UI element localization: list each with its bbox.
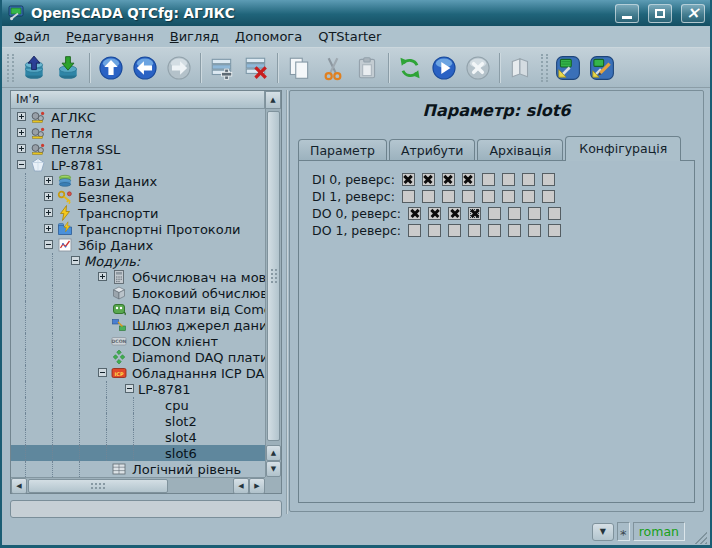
checkbox[interactable] [488,207,501,220]
expand-plus-icon[interactable] [44,224,53,233]
tree-item-обладнання-icp-das[interactable]: ICPОбладнання ICP DAS [11,365,265,381]
checkbox[interactable] [508,207,521,220]
checkbox[interactable] [488,224,501,237]
checkbox[interactable] [448,207,461,220]
checkbox[interactable] [548,224,561,237]
tree-item-lp-8781[interactable]: LP-8781 [11,157,265,173]
collapse-minus-icon[interactable] [71,256,80,265]
checkbox[interactable] [522,173,535,186]
tab-param[interactable]: Параметр [298,139,387,160]
cut-item-button[interactable] [316,51,350,85]
refresh-button[interactable] [393,51,427,85]
checkbox[interactable] [482,190,495,203]
checkbox[interactable] [528,207,541,220]
status-dropdown-button[interactable]: ▼ [592,523,614,541]
tree-item-cpu[interactable]: cpu [11,397,265,413]
tree-item-обчислювач-на-мові-сх[interactable]: Обчислювач на мові сх [11,269,265,285]
checkbox[interactable] [408,207,421,220]
expander-cell[interactable] [16,109,28,125]
qtcfg-starter-button[interactable] [551,51,585,85]
checkbox[interactable] [408,224,421,237]
expander-cell[interactable] [16,125,28,141]
checkbox[interactable] [542,190,555,203]
checkbox[interactable] [508,224,521,237]
checkbox[interactable] [442,190,455,203]
titlebar[interactable]: OpenSCADA QTCfg: АГЛКС × [2,0,710,26]
collapse-minus-icon[interactable] [44,240,53,249]
expander-cell[interactable] [43,173,55,189]
tab-config[interactable]: Конфігурація [565,136,681,161]
checkbox[interactable] [448,224,461,237]
checkbox[interactable] [428,224,441,237]
tree-item-diamond-daq-плати[interactable]: Diamond DAQ плати [11,349,265,365]
tree-item-slot6[interactable]: slot6 [11,445,265,461]
tree-item-dcon-клієнт[interactable]: DCONDCON клієнт [11,333,265,349]
add-item-button[interactable] [205,51,239,85]
tree-item-безпека[interactable]: Безпека [11,189,265,205]
tree-item-daq-плати-від-comedi[interactable]: DAQ плати від Comedi [11,301,265,317]
expander-cell[interactable] [70,253,82,269]
checkbox[interactable] [548,207,561,220]
start-periodic-update-button[interactable] [427,51,461,85]
close-button[interactable]: × [681,4,705,23]
expander-cell[interactable] [43,189,55,205]
tree-item-петля-ssl[interactable]: Петля SSL [11,141,265,157]
checkbox[interactable] [402,190,415,203]
checkbox[interactable] [422,173,435,186]
tree-item-модуль-[interactable]: Модуль: [11,253,265,269]
tab-attributes[interactable]: Атрибути [389,139,475,160]
tree-item-блоковий-обчислювач[interactable]: Блоковий обчислювач [11,285,265,301]
checkbox[interactable] [502,190,515,203]
checkbox[interactable] [462,190,475,203]
expand-plus-icon[interactable] [44,208,53,217]
checkbox[interactable] [502,173,515,186]
toolbar-handle[interactable] [541,54,548,82]
checkbox[interactable] [462,173,475,186]
maximize-button[interactable] [648,4,672,23]
checkbox[interactable] [402,173,415,186]
tree-item-slot2[interactable]: slot2 [11,413,265,429]
scroll-right-icon[interactable]: ▶ [249,478,265,494]
tree-item-транспорти[interactable]: Транспорти [11,205,265,221]
expander-cell[interactable] [97,365,109,381]
checkbox[interactable] [542,173,555,186]
scroll-left-icon[interactable]: ◀ [11,478,27,494]
expand-plus-icon[interactable] [17,128,26,137]
tree-item-slot4[interactable]: slot4 [11,429,265,445]
qtdev-starter-button[interactable] [585,51,619,85]
copy-item-button[interactable] [282,51,316,85]
resize-grip[interactable] [692,529,707,544]
checkbox[interactable] [468,207,481,220]
expander-cell[interactable] [43,221,55,237]
collapse-minus-icon[interactable] [17,160,26,169]
tree-header[interactable]: Ім'я [11,91,265,109]
tree-item-транспортні-протоколи[interactable]: Транспортні Протоколи [11,221,265,237]
tree-item-збір-даних[interactable]: Збір Даних [11,237,265,253]
minimize-button[interactable] [615,4,639,23]
expander-cell[interactable] [16,157,28,173]
vertical-scroll-thumb[interactable] [267,111,280,441]
expand-plus-icon[interactable] [98,272,107,281]
checkbox[interactable] [522,190,535,203]
tab-archiving[interactable]: Архівація [477,139,563,160]
save-to-db-button[interactable] [51,51,85,85]
menu-view[interactable]: Вигляд [162,28,227,46]
collapse-minus-icon[interactable] [98,368,107,377]
expand-plus-icon[interactable] [17,144,26,153]
checkbox[interactable] [468,224,481,237]
vertical-scrollbar[interactable]: ▲ ▼ [265,109,281,477]
tree-item-бази-даних[interactable]: Бази Даних [11,173,265,189]
menu-qtstarter[interactable]: QTStarter [310,28,389,46]
collapse-minus-icon[interactable] [125,384,134,393]
load-from-db-button[interactable] [17,51,51,85]
expander-cell[interactable] [43,237,55,253]
expander-cell[interactable] [16,141,28,157]
tree-filter-input[interactable] [10,500,282,518]
menu-file[interactable]: Файл [6,28,58,46]
expand-plus-icon[interactable] [44,192,53,201]
toolbar-handle[interactable] [7,54,14,82]
status-user-label[interactable]: roman [633,522,685,541]
expand-plus-icon[interactable] [44,176,53,185]
scroll-left-icon[interactable]: ◀ [233,478,249,494]
menu-edit[interactable]: Редагування [58,28,162,46]
